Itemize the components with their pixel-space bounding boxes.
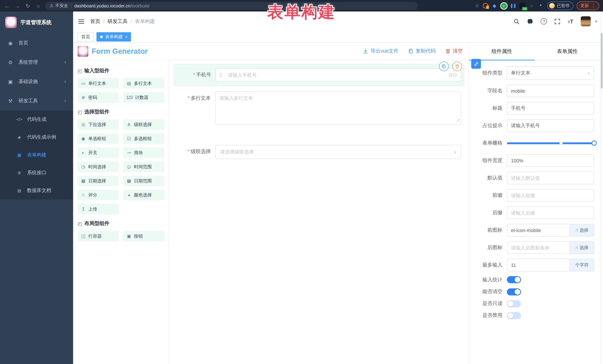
close-icon[interactable]: × [125, 34, 128, 39]
font-size-icon[interactable]: TT [568, 19, 573, 24]
palette-item[interactable]: ◶ 时间范围 [123, 162, 164, 172]
sidebar-subitem[interactable]: ≣ 系统接口 [0, 164, 73, 182]
palette-item[interactable]: 123 计数器 [123, 92, 164, 103]
forward-icon[interactable]: → [14, 3, 21, 9]
color-icon: ◕ [126, 192, 131, 198]
palette-item[interactable]: ⋔ 级联选择 [123, 119, 164, 130]
prefix-icon-input[interactable] [507, 224, 570, 236]
palette-item[interactable]: ◐ 开关 [78, 147, 119, 158]
export-vue-button[interactable]: 导出vue文件 [363, 48, 399, 55]
field-name-input[interactable] [507, 85, 594, 97]
app-logo[interactable]: 芋道管理系统 [0, 11, 73, 33]
palette-section-select: ◰ 选择型组件 [78, 109, 165, 115]
palette-item[interactable]: ▩ 日期范围 [123, 176, 164, 186]
canvas-field-cascader[interactable]: *级联选择 请选择级联选择 ∨ [174, 141, 464, 163]
sidebar-item-devtools[interactable]: ⚒ 研发工具 ∧ [0, 91, 73, 110]
toggle-switch[interactable] [507, 300, 521, 307]
clear-button[interactable]: 清空 [445, 48, 463, 55]
sidebar-item-infra[interactable]: ▣ 基础设施 ∨ [0, 72, 73, 91]
title-input[interactable] [507, 102, 594, 115]
palette-item[interactable]: ◫ 行容器 [78, 231, 119, 241]
default-value-input[interactable] [507, 172, 594, 184]
slider-handle[interactable] [591, 141, 597, 146]
duplicate-field-button[interactable] [439, 62, 449, 71]
max-input-unit: 个字符 [570, 259, 594, 271]
home-icon[interactable]: ⌂ [35, 3, 42, 9]
sidebar-subitem[interactable]: ▤ 数据库文档 [0, 182, 73, 199]
delete-field-button[interactable] [452, 62, 462, 71]
scrollbar-thumb[interactable] [601, 33, 603, 88]
toggle-switch[interactable] [507, 288, 521, 295]
toggle-switch[interactable] [507, 276, 521, 283]
menu-dots-icon[interactable]: ⋮ [591, 3, 596, 8]
extension-green-icon[interactable]: v [501, 3, 507, 9]
palette-item[interactable]: ▤ 多行文本 [123, 78, 164, 88]
palette-item[interactable]: ☆ 评分 [78, 190, 119, 200]
resize-handle-icon[interactable] [456, 117, 460, 123]
toggle-switch[interactable] [507, 312, 521, 319]
sidebar-subitem[interactable]: </> 代码生成 [0, 110, 73, 128]
extensions-menu-icon[interactable]: ＊ [538, 3, 544, 9]
link-tag[interactable] [471, 59, 481, 69]
suffix-icon-input[interactable] [507, 241, 570, 254]
bookmark-icon[interactable]: ☆ [475, 3, 479, 9]
max-input-input[interactable] [507, 259, 570, 271]
suffix-icon-select-button[interactable]: ☝ 选择 [570, 241, 594, 254]
tag-home[interactable]: 首页 [78, 32, 94, 41]
github-icon[interactable] [527, 18, 533, 24]
extension-bars-icon[interactable]: ❚❚ [510, 3, 516, 9]
prefix-icon-select-button[interactable]: ☝ 选择 [570, 224, 594, 236]
update-button[interactable]: 更新 ⋮ [577, 1, 599, 10]
palette-item[interactable]: ◷ 时间选择 [78, 162, 119, 172]
fullscreen-icon[interactable] [555, 18, 560, 24]
search-icon[interactable] [514, 18, 520, 24]
back-icon[interactable]: ← [4, 3, 10, 9]
caret-down-icon[interactable]: ▼ [594, 20, 598, 23]
textarea-input[interactable] [215, 92, 461, 125]
palette-item[interactable]: ◎ 下拉选择 [78, 119, 119, 130]
sidebar-subitem[interactable]: ▦ 表单构建 [0, 146, 73, 164]
palette-item[interactable]: ↥ 上传 [78, 204, 119, 214]
palette-item[interactable]: ◉ 单选框组 [78, 133, 119, 144]
component-width-input[interactable] [507, 154, 594, 167]
prefix-input[interactable] [507, 189, 594, 202]
form-grid-slider[interactable] [507, 137, 594, 149]
upload-icon: ↥ [81, 207, 86, 212]
user-avatar[interactable] [581, 16, 591, 26]
property-inspector: 组件属性 表单属性 组件类型 单行文本 ∨ [469, 43, 600, 364]
palette-item[interactable]: ◕ 颜色选择 [123, 190, 164, 200]
divider [71, 3, 71, 8]
placeholder-input[interactable] [507, 119, 594, 132]
component-type-select[interactable]: 单行文本 ∨ [507, 66, 594, 80]
sidebar-subitem[interactable]: ◈ 代码生成示例 [0, 128, 73, 146]
palette-item[interactable]: ▣ 按钮 [123, 231, 164, 241]
mobile-input[interactable] [216, 68, 461, 82]
sidebar-item-system[interactable]: ⚙ 系统管理 ∨ [0, 53, 73, 72]
address-bar[interactable]: ⚠ 不安全 dashboard.yudao.iocoder.cn/tool/bu… [45, 2, 418, 10]
breadcrumb-section[interactable]: 研发工具 [108, 18, 128, 25]
tab-component-props[interactable]: 组件属性 [469, 43, 534, 60]
hamburger-icon[interactable] [78, 18, 84, 25]
extension-dark-icon[interactable]: On [519, 3, 525, 9]
reload-icon[interactable]: ↻ [24, 3, 31, 9]
palette-item[interactable]: ⊸ 滑块 [123, 147, 164, 158]
palette-item[interactable]: ▭ 单行文本 [78, 78, 119, 88]
canvas-field-textarea[interactable]: *多行文本 [174, 88, 464, 131]
help-icon[interactable]: ? [541, 18, 547, 24]
extension-orange-icon[interactable]: 1 [483, 3, 488, 9]
security-status[interactable]: ⚠ 不安全 [50, 3, 68, 9]
profile-paused-pill[interactable]: 已暂停 [547, 1, 573, 10]
suffix-input[interactable] [507, 207, 594, 219]
palette-item[interactable]: ▦ 日期选择 [78, 176, 119, 186]
breadcrumb-home[interactable]: 首页 [90, 18, 100, 25]
copy-code-button[interactable]: 复制代码 [408, 48, 436, 55]
extension-plant-icon[interactable]: ♧ [529, 3, 534, 9]
extension-gem-icon[interactable]: ◆ [491, 3, 498, 9]
palette-item[interactable]: ⊛ 密码 [78, 92, 119, 103]
sidebar-item-home[interactable]: ◉ 首页 [0, 33, 73, 53]
tag-form-build[interactable]: 表单构建 × [96, 32, 131, 41]
cascader-select[interactable]: 请选择级联选择 ∨ [215, 145, 461, 159]
palette-item[interactable]: ☑ 多选框组 [123, 133, 164, 144]
canvas-field-mobile[interactable]: *手机号 ▯ 0/11 [174, 64, 464, 86]
tab-form-props[interactable]: 表单属性 [534, 43, 600, 60]
